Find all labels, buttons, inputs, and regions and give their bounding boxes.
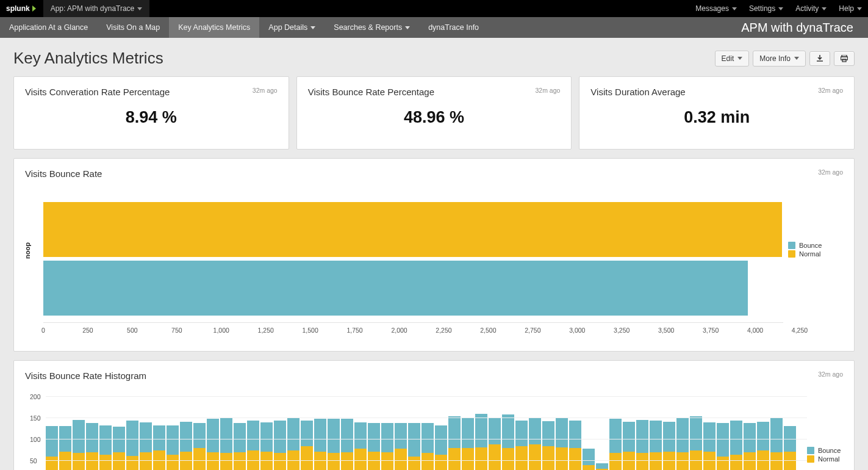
topmenu-messages[interactable]: Messages bbox=[689, 0, 743, 17]
hist-column[interactable] bbox=[260, 422, 273, 470]
hist-column[interactable] bbox=[583, 449, 595, 470]
hist-column[interactable] bbox=[274, 421, 286, 470]
legend-item-bounce[interactable]: Bounce bbox=[807, 447, 843, 454]
x-tick: 2,500 bbox=[480, 327, 496, 334]
hist-column[interactable] bbox=[744, 423, 756, 470]
hist-seg-bounce bbox=[717, 423, 729, 457]
hist-column[interactable] bbox=[770, 418, 783, 470]
nav-item[interactable]: Visits On a Map bbox=[97, 17, 169, 38]
kpi-row: Visits Converation Rate Percentage 32m a… bbox=[13, 76, 855, 150]
chevron-down-icon bbox=[737, 57, 742, 60]
histogram-plot[interactable]: 50100150200 bbox=[25, 392, 807, 470]
hist-column[interactable] bbox=[220, 418, 232, 470]
hist-column[interactable] bbox=[234, 423, 246, 470]
hist-column[interactable] bbox=[663, 422, 675, 470]
hist-seg-normal bbox=[770, 452, 783, 470]
x-tick: 3,000 bbox=[569, 327, 585, 334]
hist-column[interactable] bbox=[676, 418, 689, 470]
export-button[interactable] bbox=[809, 51, 830, 66]
hist-column[interactable] bbox=[301, 421, 313, 471]
hist-seg-normal bbox=[207, 452, 219, 470]
hist-column[interactable] bbox=[529, 418, 541, 470]
hist-column[interactable] bbox=[650, 421, 662, 470]
print-button[interactable] bbox=[834, 51, 855, 66]
hist-column[interactable] bbox=[717, 423, 729, 470]
hist-seg-normal bbox=[395, 449, 407, 470]
hist-column[interactable] bbox=[46, 426, 58, 470]
hist-column[interactable] bbox=[395, 423, 407, 470]
more-info-button[interactable]: More Info bbox=[753, 51, 806, 67]
hist-column[interactable] bbox=[448, 416, 461, 471]
topmenu-settings[interactable]: Settings bbox=[743, 0, 789, 17]
hist-seg-bounce bbox=[167, 425, 179, 455]
nav-item[interactable]: Searches & Reports bbox=[325, 17, 419, 38]
hist-column[interactable] bbox=[314, 419, 326, 470]
hist-column[interactable] bbox=[475, 414, 487, 470]
topbar: splunk App: APM with dynaTrace Messages … bbox=[0, 0, 868, 17]
legend-item-normal[interactable]: Normal bbox=[788, 250, 843, 258]
hist-column[interactable] bbox=[515, 421, 528, 471]
hist-column[interactable] bbox=[153, 425, 165, 470]
hist-column[interactable] bbox=[596, 463, 608, 470]
topmenu-activity[interactable]: Activity bbox=[789, 0, 833, 17]
hist-column[interactable] bbox=[73, 420, 85, 470]
hist-column[interactable] bbox=[59, 426, 71, 470]
hist-column[interactable] bbox=[623, 422, 635, 470]
nav-item[interactable]: Key Analytics Metrics bbox=[169, 17, 259, 38]
bounce-bar[interactable] bbox=[43, 202, 782, 257]
hist-seg-normal bbox=[556, 447, 568, 470]
edit-button[interactable]: Edit bbox=[715, 51, 750, 67]
hist-column[interactable] bbox=[784, 426, 796, 470]
hist-column[interactable] bbox=[703, 422, 716, 470]
hist-column[interactable] bbox=[502, 414, 514, 470]
hist-column[interactable] bbox=[354, 422, 367, 470]
hist-column[interactable] bbox=[247, 421, 259, 471]
hist-column[interactable] bbox=[99, 425, 112, 470]
hist-seg-bounce bbox=[757, 422, 769, 450]
bounce-chart-plot[interactable]: noop 02505007501,0001,2501,5001,7502,000… bbox=[25, 190, 788, 340]
hist-column[interactable] bbox=[126, 421, 138, 470]
legend-item-normal[interactable]: Normal bbox=[807, 455, 843, 463]
hist-column[interactable] bbox=[609, 419, 622, 470]
hist-column[interactable] bbox=[757, 422, 769, 470]
hist-column[interactable] bbox=[408, 423, 420, 470]
y-tick: 50 bbox=[30, 457, 37, 465]
hist-column[interactable] bbox=[556, 418, 568, 470]
nav-item[interactable]: App Details bbox=[259, 17, 325, 38]
topmenu-help[interactable]: Help bbox=[833, 0, 868, 17]
gridline bbox=[46, 439, 807, 439]
nav-item[interactable]: Application At a Glance bbox=[0, 17, 97, 38]
hist-seg-bounce bbox=[609, 419, 622, 453]
hist-column[interactable] bbox=[569, 421, 581, 470]
hist-column[interactable] bbox=[381, 423, 393, 470]
hist-column[interactable] bbox=[462, 418, 474, 470]
hist-column[interactable] bbox=[328, 419, 340, 470]
hist-column[interactable] bbox=[86, 423, 98, 470]
hist-column[interactable] bbox=[368, 423, 380, 470]
nav-item[interactable]: dynaTrace Info bbox=[419, 17, 488, 38]
app-context-menu[interactable]: App: APM with dynaTrace bbox=[43, 0, 150, 17]
hist-column[interactable] bbox=[287, 418, 299, 470]
hist-column[interactable] bbox=[180, 422, 192, 470]
hist-column[interactable] bbox=[193, 423, 206, 470]
hist-column[interactable] bbox=[636, 420, 648, 470]
hist-column[interactable] bbox=[542, 421, 554, 470]
hist-column[interactable] bbox=[435, 425, 447, 470]
hist-column[interactable] bbox=[730, 421, 742, 471]
hist-seg-bounce bbox=[569, 421, 581, 448]
legend-item-bounce[interactable]: Bounce bbox=[788, 242, 843, 249]
hist-column[interactable] bbox=[167, 425, 179, 470]
hist-column[interactable] bbox=[341, 419, 353, 470]
hist-seg-bounce bbox=[220, 418, 232, 453]
hist-column[interactable] bbox=[113, 427, 125, 470]
splunk-logo[interactable]: splunk bbox=[0, 4, 43, 13]
card-timestamp: 32m ago bbox=[818, 371, 843, 378]
normal-bar[interactable] bbox=[43, 261, 748, 316]
hist-column[interactable] bbox=[421, 423, 434, 470]
hist-column[interactable] bbox=[690, 416, 702, 471]
hist-seg-bounce bbox=[287, 418, 299, 450]
hist-column[interactable] bbox=[207, 419, 219, 470]
legend-swatch bbox=[807, 455, 814, 463]
hist-column[interactable] bbox=[140, 422, 152, 470]
hist-column[interactable] bbox=[489, 418, 501, 470]
